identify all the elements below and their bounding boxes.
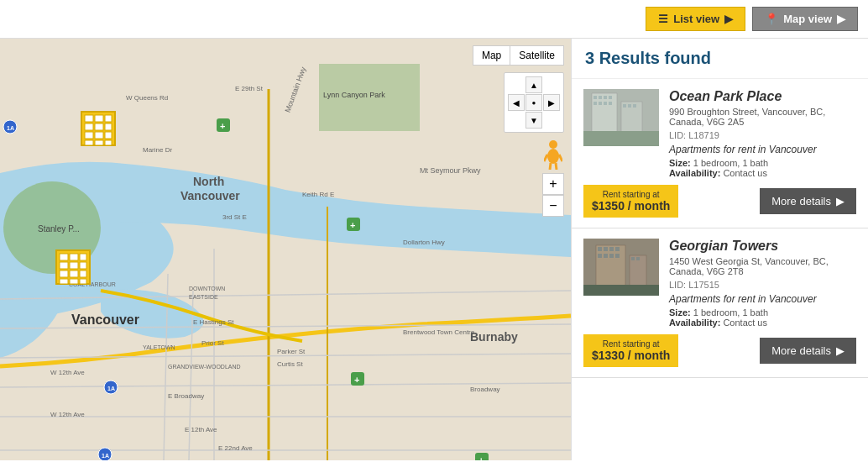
rent-badge-2: Rent starting at $1330 / month: [583, 334, 678, 367]
map-nav-left-button[interactable]: ◀: [508, 94, 525, 111]
map-type-map-button[interactable]: Map: [473, 45, 510, 66]
svg-text:DOWNTOWN: DOWNTOWN: [189, 286, 225, 291]
svg-rect-64: [105, 123, 112, 130]
map-arrow-icon: ▶: [837, 13, 845, 25]
svg-text:W 12th Ave: W 12th Ave: [50, 411, 85, 418]
listing-title-2: Georgian Towers: [669, 239, 856, 254]
rent-label-2: Rent starting at: [603, 339, 660, 349]
svg-rect-116: [631, 257, 635, 260]
pegman[interactable]: [544, 139, 562, 170]
map-pin-icon: 📍: [765, 13, 778, 25]
availability-label-1: Availability:: [669, 168, 723, 178]
svg-text:North: North: [193, 175, 224, 188]
map-zoom-in-button[interactable]: +: [542, 173, 564, 195]
map-view-button[interactable]: 📍 Map view ▶: [752, 7, 858, 31]
rent-badge-1: Rent starting at $1350 / month: [583, 185, 678, 218]
svg-rect-101: [623, 104, 626, 108]
svg-text:E 29th St: E 29th St: [235, 85, 264, 92]
svg-text:Marine Dr: Marine Dr: [143, 146, 172, 154]
map-view-label: Map view: [783, 13, 832, 25]
building-image-1: [583, 89, 659, 146]
map-nav-center-button[interactable]: ●: [526, 94, 542, 111]
map-marker-1[interactable]: [80, 110, 117, 150]
more-details-arrow-icon-2: ▶: [836, 344, 844, 357]
building-marker-icon-1: [80, 110, 117, 147]
listing-footer-2: Rent starting at $1330 / month More deta…: [583, 334, 856, 367]
svg-rect-72: [60, 254, 68, 260]
svg-text:+: +: [350, 220, 355, 230]
more-details-button-2[interactable]: More details ▶: [760, 338, 856, 364]
svg-line-86: [544, 155, 547, 161]
main-container: Stanley P... Lynn Canyon Park: [0, 39, 868, 460]
svg-text:+: +: [220, 121, 225, 131]
svg-text:Mt Seymour Pkwy: Mt Seymour Pkwy: [420, 166, 481, 175]
svg-rect-113: [604, 254, 608, 258]
svg-rect-102: [628, 104, 631, 108]
svg-point-84: [549, 140, 557, 149]
svg-rect-117: [636, 257, 640, 260]
svg-rect-93: [593, 96, 597, 99]
svg-text:3rd St E: 3rd St E: [222, 213, 247, 221]
svg-point-85: [547, 149, 559, 164]
list-view-button[interactable]: ☰ List view ▶: [646, 7, 745, 31]
svg-rect-103: [633, 104, 636, 108]
listing-size-2: 1 bedroom, 1 bath: [693, 307, 768, 318]
svg-rect-98: [599, 102, 602, 105]
svg-rect-75: [60, 262, 68, 269]
rent-amount-1: $1350 / month: [592, 199, 670, 213]
size-label-1: Size:: [669, 158, 693, 168]
svg-text:E Broadway: E Broadway: [168, 392, 204, 400]
map-zoom-out-button[interactable]: −: [542, 195, 564, 217]
listing-footer-1: Rent starting at $1350 / month More deta…: [583, 185, 856, 218]
svg-rect-112: [598, 254, 602, 258]
toolbar: ☰ List view ▶ 📍 Map view ▶: [0, 0, 868, 39]
svg-rect-109: [604, 247, 608, 251]
svg-text:Stanley P...: Stanley P...: [38, 224, 80, 234]
svg-rect-115: [615, 254, 620, 258]
listing-type-2: Apartments for rent in Vancouver: [669, 293, 856, 305]
map-container[interactable]: Stanley P... Lynn Canyon Park: [0, 39, 571, 460]
svg-rect-106: [596, 245, 625, 289]
svg-text:Broadway: Broadway: [470, 386, 500, 393]
svg-rect-73: [70, 254, 78, 260]
svg-rect-114: [609, 254, 614, 258]
svg-text:+: +: [354, 375, 359, 385]
list-view-label: List view: [673, 13, 719, 25]
svg-rect-108: [598, 247, 602, 251]
svg-rect-79: [70, 270, 78, 277]
svg-rect-60: [95, 115, 103, 122]
rent-label-1: Rent starting at: [603, 190, 660, 199]
listing-details-1: Size: 1 bedroom, 1 bath Availability: Co…: [669, 158, 856, 178]
svg-text:YALETOWN: YALETOWN: [143, 344, 175, 350]
map-zoom: + −: [542, 173, 564, 217]
map-type-satellite-button[interactable]: Satellite: [510, 45, 564, 66]
size-label-2: Size:: [669, 307, 693, 318]
svg-rect-94: [599, 96, 602, 99]
map-controls: Map Satellite: [473, 45, 564, 66]
svg-rect-81: [60, 279, 68, 284]
listing-top-2: Georgian Towers 1450 West Georgia St, Va…: [583, 239, 856, 328]
svg-text:W Queens Rd: W Queens Rd: [126, 94, 168, 102]
map-nav-up-button[interactable]: ▲: [526, 76, 542, 93]
svg-rect-82: [70, 279, 78, 284]
svg-text:1A: 1A: [102, 453, 109, 459]
svg-rect-74: [80, 254, 86, 260]
listing-thumbnail-2: [583, 239, 659, 296]
listing-lid-2: LID: L17515: [669, 280, 856, 290]
svg-text:Prior St: Prior St: [201, 339, 224, 347]
more-details-button-1[interactable]: More details ▶: [760, 188, 856, 214]
svg-text:1A: 1A: [107, 386, 115, 391]
svg-text:1A: 1A: [7, 125, 14, 131]
svg-line-89: [556, 163, 557, 170]
svg-rect-97: [593, 102, 597, 105]
map-navigation: ▲ ◀ ● ▶ ▼: [504, 72, 564, 133]
map-marker-2[interactable]: [55, 249, 92, 288]
svg-rect-68: [85, 140, 93, 145]
listing-address-1: 990 Broughton Street, Vancouver, BC, Can…: [669, 107, 856, 127]
svg-text:Vancouver: Vancouver: [180, 189, 240, 202]
map-nav-down-button[interactable]: ▼: [526, 112, 542, 129]
listing-title-1: Ocean Park Place: [669, 89, 856, 104]
svg-text:E 12th Ave: E 12th Ave: [185, 426, 217, 433]
map-nav-right-button[interactable]: ▶: [543, 94, 560, 111]
svg-rect-95: [604, 96, 607, 99]
